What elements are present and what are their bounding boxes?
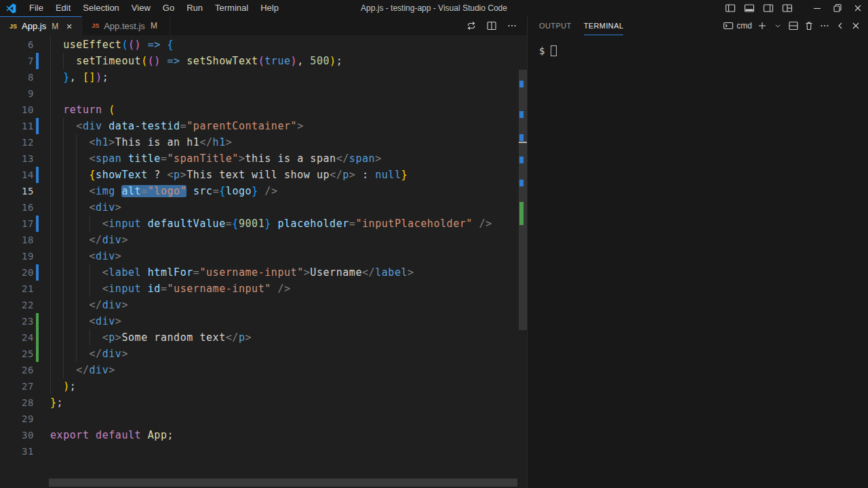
code-line-14[interactable]: 14 {showText ? <p>This text will show up… — [0, 167, 519, 183]
line-number[interactable]: 13 — [0, 150, 34, 167]
line-number[interactable]: 9 — [0, 85, 34, 102]
code-line-13[interactable]: 13 <span title="spanTitle">this is a spa… — [0, 150, 519, 167]
line-number[interactable]: 26 — [0, 362, 34, 378]
line-number[interactable]: 6 — [0, 37, 34, 53]
split-editor-icon[interactable] — [485, 19, 498, 33]
split-terminal-icon[interactable] — [788, 19, 799, 33]
terminal-content[interactable]: $ — [528, 35, 868, 56]
menu-run[interactable]: Run — [180, 0, 209, 16]
code-line-30[interactable]: 30export default App; — [0, 427, 519, 443]
indent-guide — [50, 118, 51, 134]
line-number[interactable]: 16 — [0, 199, 34, 216]
maximize-panel-icon[interactable] — [835, 19, 846, 33]
code-line-29[interactable]: 29 — [0, 411, 519, 427]
code-line-17[interactable]: 17 <input defaultValue={9001} placeholde… — [0, 216, 519, 232]
tab-app-test-js[interactable]: JSApp.test.jsM — [82, 16, 170, 35]
line-number[interactable]: 22 — [0, 297, 34, 313]
close-panel-icon[interactable] — [850, 19, 861, 33]
code-line-15[interactable]: 15 <img alt="logo" src={logo} /> — [0, 183, 519, 199]
code-line-16[interactable]: 16 <div> — [0, 199, 519, 216]
code-line-31[interactable]: 31 — [0, 443, 519, 460]
line-number[interactable]: 29 — [0, 411, 34, 427]
menu-go[interactable]: Go — [157, 0, 180, 16]
code-line-11[interactable]: 11 <div data-testid="parentContainer"> — [0, 118, 519, 134]
tab-app-js[interactable]: JSApp.jsM× — [0, 16, 82, 35]
panel-tabs: OUTPUTTERMINAL — [539, 17, 635, 35]
menu-selection[interactable]: Selection — [77, 0, 125, 16]
code-line-9[interactable]: 9 — [0, 85, 519, 102]
menu-terminal[interactable]: Terminal — [209, 0, 254, 16]
code-line-6[interactable]: 6 useEffect(() => { — [0, 37, 519, 53]
restore-window-button[interactable] — [827, 0, 848, 16]
line-number[interactable]: 10 — [0, 102, 34, 118]
gutter-modified-marker — [36, 167, 39, 183]
line-number[interactable]: 23 — [0, 313, 34, 329]
code-editor[interactable]: 6 useEffect(() => {7 setTimeout(() => se… — [0, 35, 519, 480]
overview-ruler[interactable] — [519, 35, 527, 480]
line-number[interactable]: 8 — [0, 69, 34, 85]
code-line-21[interactable]: 21 <input id="username-input" /> — [0, 281, 519, 297]
code-line-19[interactable]: 19 <div> — [0, 248, 519, 264]
terminal-profile-icon[interactable]: cmd — [723, 19, 752, 33]
indent-guide — [76, 281, 77, 297]
indent-guide — [76, 297, 77, 313]
code-line-23[interactable]: 23 <div> — [0, 313, 519, 329]
open-changes-icon[interactable] — [465, 19, 478, 33]
code-line-7[interactable]: 7 setTimeout(() => setShowText(true), 50… — [0, 53, 519, 69]
vertical-scrollbar-thumb[interactable] — [519, 70, 527, 330]
line-number[interactable]: 15 — [0, 183, 34, 199]
panel-tab-terminal[interactable]: TERMINAL — [584, 17, 624, 35]
close-tab-icon[interactable]: × — [64, 21, 75, 31]
new-terminal-icon[interactable] — [757, 19, 768, 33]
line-number[interactable]: 19 — [0, 248, 34, 264]
line-number[interactable]: 30 — [0, 427, 34, 443]
panel-tab-output[interactable]: OUTPUT — [539, 17, 572, 35]
code-line-27[interactable]: 27 ); — [0, 378, 519, 394]
line-number[interactable]: 20 — [0, 264, 34, 281]
line-number[interactable]: 31 — [0, 443, 34, 460]
toggle-secondary-sidebar-icon[interactable] — [761, 1, 776, 16]
indent-guide — [50, 264, 51, 281]
line-number[interactable]: 21 — [0, 281, 34, 297]
line-number[interactable]: 18 — [0, 232, 34, 248]
code-line-18[interactable]: 18 </div> — [0, 232, 519, 248]
line-number[interactable]: 24 — [0, 329, 34, 346]
line-number[interactable]: 11 — [0, 118, 34, 134]
code-line-25[interactable]: 25 </div> — [0, 346, 519, 362]
toggle-panel-icon[interactable] — [742, 1, 757, 16]
code-line-20[interactable]: 20 <label htmlFor="username-input">Usern… — [0, 264, 519, 281]
customize-layout-icon[interactable] — [780, 1, 795, 16]
minimize-window-button[interactable] — [807, 0, 827, 16]
toggle-primary-sidebar-icon[interactable] — [723, 1, 738, 16]
menu-edit[interactable]: Edit — [50, 0, 77, 16]
line-number[interactable]: 17 — [0, 216, 34, 232]
code-line-22[interactable]: 22 </div> — [0, 297, 519, 313]
horizontal-scrollbar-thumb[interactable] — [49, 479, 517, 487]
line-number[interactable]: 25 — [0, 346, 34, 362]
menu-help[interactable]: Help — [254, 0, 285, 16]
code-line-8[interactable]: 8 }, []); — [0, 69, 519, 85]
more-actions-icon[interactable] — [505, 19, 519, 33]
indent-guide — [90, 281, 90, 297]
code-line-12[interactable]: 12 <h1>This is an h1</h1> — [0, 134, 519, 150]
close-window-button[interactable] — [848, 0, 868, 16]
line-number[interactable]: 12 — [0, 134, 34, 150]
line-number[interactable]: 14 — [0, 167, 34, 183]
code-line-24[interactable]: 24 <p>Some random text</p> — [0, 329, 519, 346]
gutter-added-marker — [36, 313, 39, 329]
line-number[interactable]: 7 — [0, 53, 34, 69]
kill-terminal-icon[interactable] — [804, 19, 814, 33]
indent-guide — [76, 313, 77, 329]
terminal-cursor — [551, 45, 557, 56]
profiles-dropdown-icon[interactable] — [772, 19, 783, 33]
menu-file[interactable]: File — [23, 0, 50, 16]
more-actions-icon[interactable] — [819, 19, 830, 33]
code-line-26[interactable]: 26 </div> — [0, 362, 519, 378]
code-line-10[interactable]: 10 return ( — [0, 102, 519, 118]
indent-guide — [76, 199, 77, 216]
code-line-28[interactable]: 28}; — [0, 394, 519, 411]
menu-view[interactable]: View — [125, 0, 157, 16]
line-number[interactable]: 27 — [0, 378, 34, 394]
indent-guide — [63, 232, 64, 248]
line-number[interactable]: 28 — [0, 394, 34, 411]
